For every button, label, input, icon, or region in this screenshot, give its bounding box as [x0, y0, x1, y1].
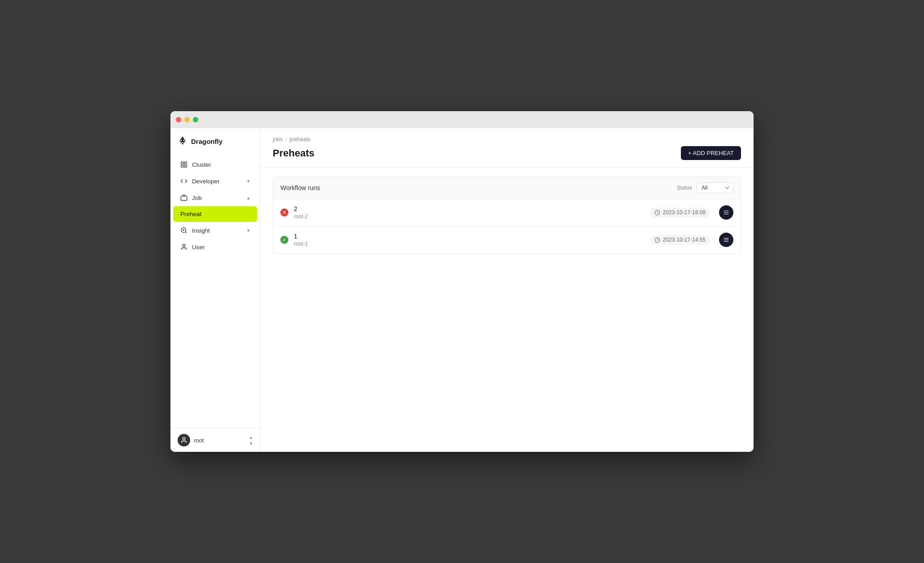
footer-chevron-icon: ▴ ▾: [250, 434, 253, 446]
workflow-runs-title: Workflow runs: [280, 184, 320, 191]
sidebar-item-preheat[interactable]: Preheat: [173, 206, 257, 222]
status-label: Status: [677, 185, 692, 191]
workflow-sub-label: root-1: [294, 241, 650, 247]
insight-icon: [180, 227, 187, 234]
menu-icon: [723, 237, 729, 243]
menu-icon: [723, 209, 729, 216]
workflow-number: 2: [294, 205, 650, 212]
svg-rect-1: [181, 162, 183, 164]
sidebar-item-cluster-label: Cluster: [192, 161, 211, 168]
workflow-timestamp: 2023-10-17-14:55: [650, 235, 710, 245]
workflow-info: 1 root-1: [294, 233, 650, 247]
sidebar: Dragonfly Cluster Developer: [170, 128, 260, 452]
table-row[interactable]: ✕ 2 root-2 2023-10-17-18:08: [273, 199, 741, 226]
workflow-info: 2 root-2: [294, 205, 650, 220]
workflow-number: 1: [294, 233, 650, 240]
table-row[interactable]: ✓ 1 root-1 2023-10-17-14:55: [273, 226, 741, 253]
sidebar-item-user-label: User: [192, 244, 205, 251]
sidebar-navigation: Cluster Developer ▾ Job: [170, 154, 260, 428]
maximize-button[interactable]: [193, 117, 198, 122]
page-header: jobs / preheats Preheats + ADD PREHEAT: [260, 128, 754, 168]
main-content: jobs / preheats Preheats + ADD PREHEAT W…: [260, 128, 754, 452]
breadcrumb-preheats: preheats: [289, 136, 310, 143]
sidebar-item-insight[interactable]: Insight ▾: [173, 222, 257, 238]
close-button[interactable]: [176, 117, 181, 122]
workflow-list: ✕ 2 root-2 2023-10-17-18:08: [273, 199, 741, 254]
briefcase-icon: [180, 194, 187, 201]
workflow-sub-label: root-2: [294, 213, 650, 220]
workflow-actions: [719, 205, 733, 220]
svg-rect-4: [184, 165, 187, 167]
svg-point-0: [182, 143, 183, 145]
grid-icon: [180, 161, 187, 168]
svg-rect-2: [184, 162, 187, 164]
clock-icon: [654, 210, 660, 216]
add-preheat-button[interactable]: + ADD PREHEAT: [681, 146, 741, 160]
sidebar-item-developer[interactable]: Developer ▾: [173, 173, 257, 189]
user-icon: [180, 243, 187, 251]
svg-point-8: [183, 437, 185, 440]
breadcrumb: jobs / preheats: [273, 136, 741, 143]
workflow-timestamp: 2023-10-17-18:08: [650, 208, 710, 217]
workflow-actions: [719, 233, 733, 247]
error-status-icon: ✕: [280, 208, 288, 217]
success-status-icon: ✓: [280, 236, 288, 244]
chevron-down-icon: ▾: [247, 178, 250, 184]
sidebar-item-developer-label: Developer: [192, 178, 220, 185]
code-icon: [180, 178, 187, 185]
svg-point-7: [183, 244, 185, 247]
user-footer[interactable]: root ▴ ▾: [170, 428, 260, 452]
title-row: Preheats + ADD PREHEAT: [273, 146, 741, 160]
sidebar-item-insight-label: Insight: [192, 227, 210, 234]
chevron-down-icon-insight: ▾: [247, 228, 250, 234]
sidebar-item-job-label: Job: [192, 195, 202, 201]
sidebar-logo[interactable]: Dragonfly: [170, 128, 260, 154]
status-select[interactable]: All Success Failed: [697, 182, 733, 193]
content-area: Workflow runs Status All Success Failed …: [260, 168, 754, 452]
breadcrumb-separator: /: [285, 136, 287, 143]
workflow-header: Workflow runs Status All Success Failed: [273, 177, 741, 199]
sidebar-item-user[interactable]: User: [173, 239, 257, 255]
app-body: Dragonfly Cluster Developer: [170, 128, 754, 452]
workflow-menu-button[interactable]: [719, 205, 733, 220]
status-filter: Status All Success Failed: [677, 182, 733, 193]
titlebar: [170, 111, 754, 128]
svg-rect-3: [181, 165, 183, 167]
sidebar-item-cluster[interactable]: Cluster: [173, 156, 257, 173]
sidebar-item-preheat-label: Preheat: [180, 211, 201, 217]
footer-username: root: [194, 437, 246, 444]
chevron-up-icon: ▴: [247, 195, 250, 201]
page-title: Preheats: [273, 147, 314, 159]
workflow-menu-button[interactable]: [719, 233, 733, 247]
dragonfly-icon: [178, 136, 187, 146]
minimize-button[interactable]: [184, 117, 190, 122]
app-window: Dragonfly Cluster Developer: [170, 111, 754, 452]
clock-icon: [654, 237, 660, 243]
avatar: [178, 434, 190, 446]
breadcrumb-jobs[interactable]: jobs: [273, 136, 283, 143]
sidebar-item-job[interactable]: Job ▴: [173, 190, 257, 206]
svg-rect-5: [181, 196, 187, 200]
logo-text: Dragonfly: [191, 138, 222, 145]
